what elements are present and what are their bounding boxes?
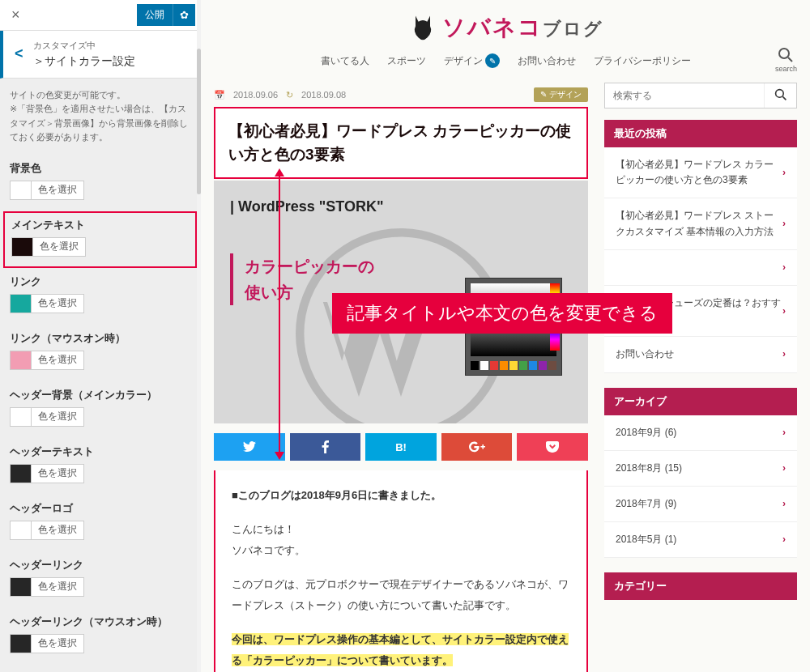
search-toggle[interactable]: search [775,47,797,73]
svg-point-0 [779,49,789,58]
color-swatch [11,295,32,313]
search-input[interactable] [605,83,764,108]
nav-privacy[interactable]: プライバシーポリシー [594,53,691,68]
chevron-right-icon: › [782,216,786,232]
chevron-right-icon: › [782,496,786,512]
recent-post-item[interactable]: お問い合わせ› [604,337,797,372]
color-select-button[interactable]: 色を選択 [10,351,84,370]
site-logo[interactable]: ソバネコブログ [201,11,810,44]
annotation-callout: 記事タイトルや本文の色を変更できる [332,293,672,334]
color-setting-item: ヘッダー背景（メインカラー）色を選択 [0,381,200,438]
publish-date: 2018.09.06 [233,90,278,100]
color-swatch [11,578,32,596]
gear-icon[interactable]: ✿ [173,4,195,26]
widget-recent-list: 【初心者必見】ワードプレス カラーピッカーの使い方と色の3要素›【初心者必見】ワ… [604,147,797,373]
color-swatch [11,351,32,369]
widget-recent-title: 最近の投稿 [604,120,797,147]
archive-item[interactable]: 2018年5月 (1)› [604,522,797,558]
chevron-right-icon: › [782,304,786,319]
color-swatch [11,408,32,426]
color-setting-item: リンク（マウスオン時）色を選択 [0,325,200,381]
mini-swatch [529,361,537,370]
color-setting-item: メインコンテンツ背景色を選択 [0,665,200,672]
color-setting-item: ヘッダーテキスト色を選択 [0,438,200,495]
nav-sports[interactable]: スポーツ [387,53,426,68]
color-select-label: 色を選択 [32,351,83,368]
googleplus-icon [469,441,485,453]
archive-item[interactable]: 2018年7月 (9)› [604,487,797,522]
color-setting-item: ヘッダーリンク（マウスオン時）色を選択 [0,608,200,665]
color-select-button[interactable]: 色を選択 [10,577,84,597]
color-select-label: 色を選択 [32,635,83,652]
close-icon[interactable]: × [5,3,27,27]
color-swatch [11,635,32,653]
color-setting-label: 背景色 [10,161,190,176]
mini-swatch [490,361,498,370]
search-button[interactable] [764,83,796,108]
mini-swatch [539,361,547,370]
site-header: ソバネコブログ 書いてる人 スポーツ デザイン✎ お問い合わせ プライバシーポリ… [201,0,810,83]
color-swatch [11,465,32,483]
customizer-description: サイトの色変更が可能です。 ※「背景色」を適用させたい場合は、【カスタマイズ＞背… [0,79,200,155]
recent-post-item[interactable]: 【初心者必見】ワードプレス カラーピッカーの使い方と色の3要素› [604,147,797,198]
share-googleplus[interactable] [441,433,513,461]
update-date: 2018.09.08 [301,90,346,100]
main-nav: 書いてる人 スポーツ デザイン✎ お問い合わせ プライバシーポリシー [201,44,810,78]
sidebar-column: 最近の投稿 【初心者必見】ワードプレス カラーピッカーの使い方と色の3要素›【初… [604,83,797,672]
color-select-button[interactable]: 色を選択 [11,237,86,257]
share-buttons: B! [214,433,588,461]
site-name-sub: ブログ [543,19,603,39]
share-pocket[interactable] [517,433,588,461]
color-select-label: 色を選択 [32,408,83,425]
article-meta: 📅 2018.09.06 ↻ 2018.09.08 ✎ デザイン [214,83,588,107]
color-select-button[interactable]: 色を選択 [10,294,84,313]
facebook-icon [322,440,329,453]
color-select-button[interactable]: 色を選択 [10,521,84,540]
color-select-label: 色を選択 [32,465,83,482]
color-select-button[interactable]: 色を選択 [10,634,84,653]
search-icon [778,47,794,63]
cat-icon [408,11,437,44]
share-facebook[interactable] [290,433,361,461]
chevron-right-icon: › [782,425,786,440]
twitter-icon [243,441,256,453]
archive-item[interactable]: 2018年8月 (15)› [604,451,797,487]
chevron-right-icon: › [782,260,786,275]
color-select-button[interactable]: 色を選択 [10,464,84,483]
color-setting-label: ヘッダー背景（メインカラー） [10,388,190,402]
color-setting-label: ヘッダーロゴ [10,501,190,516]
category-badge[interactable]: ✎ デザイン [534,87,588,102]
customizer-panel: × 公開 ✿ < カスタマイズ中 ＞サイトカラー設定 サイトの色変更が可能です。… [0,0,201,672]
pocket-icon [546,441,559,453]
article-body: ■このブログは2018年9月6日に書きました。 こんにちは！ソバネコです。 この… [214,470,588,672]
nav-design[interactable]: デザイン✎ [444,53,500,68]
hatena-icon: B! [395,441,407,453]
back-chevron-icon[interactable]: < [15,45,23,62]
color-swatch [11,521,32,539]
edit-pencil-icon[interactable]: ✎ [485,53,500,68]
recent-post-item[interactable]: 【初心者必見】ワードプレス ストークカスタマイズ 基本情報の入力方法› [604,198,797,249]
search-icon [774,88,787,101]
widget-category-title: カテゴリー [604,572,797,600]
customizer-title: ＞サイトカラー設定 [33,53,135,70]
share-hatena[interactable]: B! [365,433,437,461]
mini-swatch [509,361,518,370]
color-select-button[interactable]: 色を選択 [10,181,84,200]
publish-button[interactable]: 公開 [137,4,173,26]
main-column: 📅 2018.09.06 ↻ 2018.09.08 ✎ デザイン 【初心者必見】… [214,83,588,672]
featured-stork-text: | WordPress "STORK" [230,198,383,215]
nav-contact[interactable]: お問い合わせ [518,53,576,68]
chevron-right-icon: › [782,532,786,547]
refresh-icon: ↻ [286,90,293,100]
customizer-sublabel: カスタマイズ中 [33,39,135,53]
color-select-button[interactable]: 色を選択 [10,407,84,427]
highlighted-text: 今回は、ワードプレス操作の基本編として、サイトカラー設定内で使える「カラーピッカ… [232,633,569,666]
archive-item[interactable]: 2018年9月 (6)› [604,415,797,451]
nav-author[interactable]: 書いてる人 [321,53,369,68]
mini-swatch [471,361,479,370]
recent-post-item[interactable]: › [604,250,797,286]
widget-archive-title: アーカイブ [604,388,797,415]
svg-point-3 [775,89,783,97]
color-setting-label: メインテキスト [11,218,189,232]
chevron-right-icon: › [782,461,786,476]
